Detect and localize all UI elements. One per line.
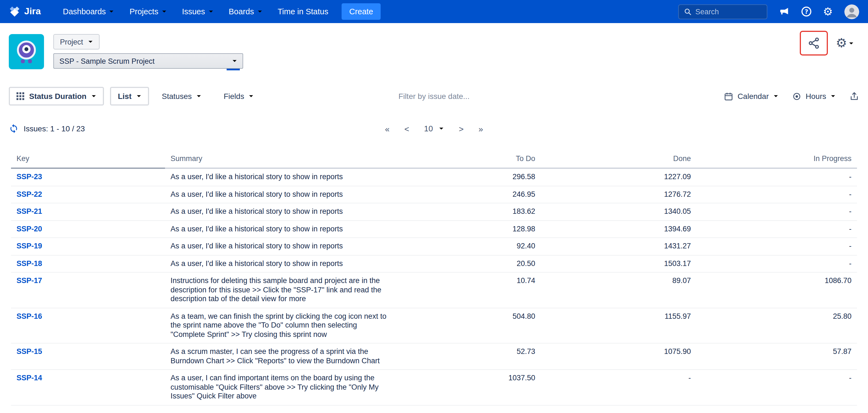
nav-menu-item[interactable]: Dashboards	[55, 0, 122, 23]
time-unit-dropdown[interactable]: Hours	[792, 92, 836, 101]
nav-menu-item[interactable]: Time in Status	[270, 0, 336, 23]
issue-key-link[interactable]: SSP-17	[17, 276, 42, 285]
done-value: 1227.09	[541, 168, 696, 186]
header-actions: ⚙	[800, 31, 854, 56]
issue-key-link[interactable]: SSP-19	[17, 242, 42, 250]
issue-key-link[interactable]: SSP-20	[17, 225, 42, 233]
issue-key-link[interactable]: SSP-21	[17, 207, 42, 215]
avatar	[844, 4, 859, 19]
page: Jira Dashboards Projects Issues	[0, 0, 868, 413]
project-selectors: Project SSP - Sample Scrum Project	[53, 34, 243, 69]
issue-key-link[interactable]: SSP-14	[17, 374, 42, 382]
pagination-next-button[interactable]: >	[459, 124, 464, 133]
calendar-dropdown[interactable]: Calendar	[724, 92, 778, 101]
issue-summary: As a user, I can find important items on…	[170, 374, 390, 401]
chevron-down-icon	[232, 59, 237, 63]
page-size-value: 10	[424, 124, 433, 133]
report-settings-dropdown[interactable]: ⚙	[836, 37, 854, 49]
refresh-button[interactable]	[9, 124, 19, 134]
create-button[interactable]: Create	[342, 3, 381, 20]
view-dropdown-label: List	[118, 92, 131, 101]
calendar-icon	[724, 92, 733, 101]
share-icon	[808, 37, 820, 49]
jira-home-link[interactable]: Jira	[9, 6, 41, 17]
issues-table: Key Summary To Do Done In Progress SSP-2…	[11, 149, 857, 405]
nav-menu-item-label: Boards	[229, 7, 254, 16]
export-button[interactable]	[849, 91, 859, 101]
metric-dropdown-button[interactable]: Status Duration	[9, 87, 104, 105]
issue-key-link[interactable]: SSP-15	[17, 347, 42, 355]
issue-key-link[interactable]: SSP-22	[17, 190, 42, 198]
search-input[interactable]	[695, 7, 762, 16]
column-header-key[interactable]: Key	[11, 149, 165, 168]
chevron-down-icon	[831, 95, 836, 98]
nav-menu-item[interactable]: Projects	[122, 0, 174, 23]
issue-key-link[interactable]: SSP-23	[17, 173, 42, 181]
chevron-down-icon	[162, 10, 167, 13]
chevron-down-icon	[257, 10, 262, 13]
target-icon	[792, 92, 801, 101]
share-button[interactable]	[808, 37, 820, 49]
column-header-done[interactable]: Done	[541, 149, 696, 168]
grid-icon	[17, 92, 24, 100]
statuses-dropdown[interactable]: Statuses	[162, 92, 201, 101]
issue-key-link[interactable]: SSP-16	[17, 312, 42, 320]
project-select[interactable]: SSP - Sample Scrum Project	[53, 53, 243, 69]
nav-menu-item[interactable]: Boards	[221, 0, 270, 23]
top-navigation-bar: Jira Dashboards Projects Issues	[0, 0, 868, 23]
done-value: -	[541, 370, 696, 405]
view-dropdown-button[interactable]: List	[110, 87, 149, 105]
pagination: « < 10 > »	[385, 124, 483, 133]
table-row: SSP-14 As a user, I can find important i…	[11, 370, 857, 405]
nav-menu: Dashboards Projects Issues Boards	[55, 0, 336, 23]
help-button[interactable]: ?	[801, 7, 811, 16]
select-focus-underline	[227, 69, 240, 70]
issue-key-link[interactable]: SSP-18	[17, 259, 42, 267]
fields-dropdown[interactable]: Fields	[224, 92, 254, 101]
jira-brand-label: Jira	[24, 6, 41, 17]
project-select-value: SSP - Sample Scrum Project	[59, 57, 155, 65]
chevron-down-icon	[773, 95, 778, 98]
pagination-prev-button[interactable]: <	[404, 124, 409, 133]
done-value: 89.07	[541, 272, 696, 308]
todo-value: 296.58	[402, 168, 541, 186]
column-header-todo[interactable]: To Do	[402, 149, 541, 168]
issue-summary: As a scrum master, I can see the progres…	[170, 347, 390, 366]
table-row: SSP-19 As a user, I'd like a historical …	[11, 238, 857, 255]
search-icon	[684, 8, 691, 15]
feedback-button[interactable]	[779, 6, 790, 17]
settings-button[interactable]: ⚙	[823, 6, 833, 17]
toolbar-right-group: Calendar Hours	[724, 91, 859, 101]
in-progress-value: 57.87	[696, 343, 857, 370]
in-progress-value: -	[696, 168, 857, 186]
done-value: 1075.90	[541, 343, 696, 370]
jira-logo-icon	[9, 6, 20, 17]
profile-avatar-button[interactable]	[844, 4, 859, 19]
issue-summary: As a user, I'd like a historical story t…	[170, 207, 390, 216]
nav-menu-item-label: Issues	[182, 7, 205, 16]
page-size-select[interactable]: 10	[424, 124, 444, 133]
table-row: SSP-21 As a user, I'd like a historical …	[11, 203, 857, 220]
nav-menu-item[interactable]: Issues	[174, 0, 221, 23]
issues-count-label: Issues: 1 - 10 / 23	[24, 124, 85, 133]
pagination-last-button[interactable]: »	[478, 124, 483, 133]
chevron-down-icon	[209, 10, 213, 13]
issue-date-filter[interactable]: Filter by issue date...	[399, 92, 469, 101]
issues-table-header: Key Summary To Do Done In Progress	[11, 149, 857, 168]
scope-dropdown-button[interactable]: Project	[53, 34, 99, 49]
column-header-summary[interactable]: Summary	[165, 149, 402, 168]
refresh-icon	[9, 124, 19, 134]
pagination-first-button[interactable]: «	[385, 124, 390, 133]
todo-value: 52.73	[402, 343, 541, 370]
table-row: SSP-18 As a user, I'd like a historical …	[11, 255, 857, 272]
table-row: SSP-20 As a user, I'd like a historical …	[11, 220, 857, 238]
navbar-search[interactable]	[678, 4, 767, 19]
calendar-dropdown-label: Calendar	[738, 92, 769, 101]
issue-summary: As a user, I'd like a historical story t…	[170, 242, 390, 251]
chevron-down-icon	[439, 127, 444, 130]
table-row: SSP-22 As a user, I'd like a historical …	[11, 186, 857, 203]
annotation-highlight-box	[800, 31, 828, 56]
done-value: 1394.69	[541, 220, 696, 238]
column-header-in-progress[interactable]: In Progress	[696, 149, 857, 168]
nav-menu-item-label: Dashboards	[63, 7, 106, 16]
